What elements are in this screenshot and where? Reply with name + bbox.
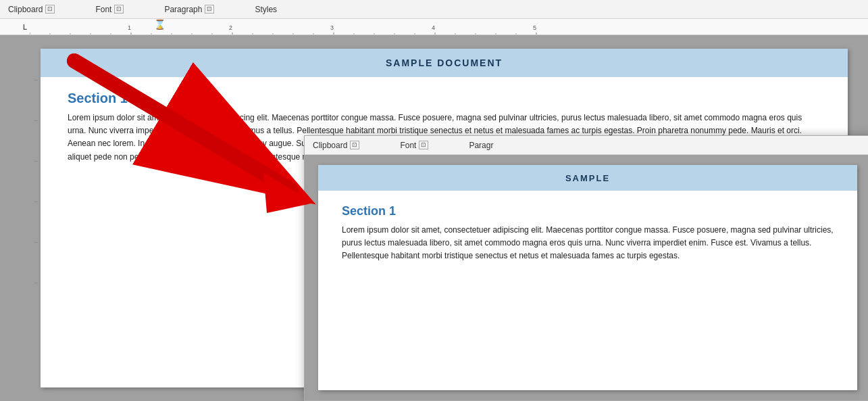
bg-ribbon-bar: Clipboard ⊡ Font ⊡ Paragraph ⊡ Styles <box>0 0 868 19</box>
bg-paragraph-expand[interactable]: ⊡ <box>205 5 214 14</box>
fg-clipboard-text: Clipboard <box>313 141 347 150</box>
bg-left-margin: – – – – – – <box>20 49 41 387</box>
bg-ruler-l: L <box>20 23 27 30</box>
margin-dash-4: – <box>34 197 38 205</box>
bg-clipboard-label: Clipboard ⊡ <box>8 5 55 14</box>
bg-ruler-content: L ⌛ 1 2 3 4 5 <box>20 19 868 34</box>
bg-margin-marks: – – – – – – <box>20 49 41 387</box>
bg-doc-header-text: SAMPLE DOCUMENT <box>386 57 503 68</box>
bg-doc-header-band: SAMPLE DOCUMENT <box>41 49 848 77</box>
margin-dash-5: – <box>34 238 38 245</box>
bg-section-title: Section 1 <box>68 91 821 106</box>
margin-dash-2: – <box>34 116 38 124</box>
bg-styles-label: Styles <box>255 5 277 14</box>
margin-dash-3: – <box>34 157 38 164</box>
bg-font-expand[interactable]: ⊡ <box>114 5 124 14</box>
svg-text:1: 1 <box>128 24 131 31</box>
fg-paragraph-label: Paragr <box>469 141 493 150</box>
fg-ribbon-group: Clipboard ⊡ Font ⊡ Paragr <box>313 141 493 150</box>
bg-ruler-ticks: 1 2 3 4 5 <box>30 19 868 34</box>
fg-word-window: Clipboard ⊡ Font ⊡ Paragr SAMPLE Section… <box>304 135 868 401</box>
svg-text:3: 3 <box>330 24 334 31</box>
bg-paragraph-label: Paragraph ⊡ <box>164 5 214 14</box>
fg-doc-header-band: SAMPLE <box>318 165 857 191</box>
fg-doc-area: SAMPLE Section 1 Lorem ipsum dolor sit a… <box>305 155 868 400</box>
bg-ribbon-group: Clipboard ⊡ Font ⊡ Paragraph ⊡ Styles <box>8 5 860 14</box>
bg-clipboard-text: Clipboard <box>8 5 43 14</box>
bg-font-text: Font <box>95 5 111 14</box>
fg-clipboard-label: Clipboard ⊡ <box>313 141 359 150</box>
margin-dash-6: – <box>34 279 38 286</box>
fg-clipboard-expand[interactable]: ⊡ <box>350 141 359 149</box>
fg-doc-page: SAMPLE Section 1 Lorem ipsum dolor sit a… <box>318 165 857 390</box>
svg-text:5: 5 <box>533 24 536 31</box>
fg-section-title: Section 1 <box>342 204 834 218</box>
fg-font-label: Font ⊡ <box>400 141 428 150</box>
fg-paragraph-text: Paragr <box>469 141 493 150</box>
fg-font-text: Font <box>400 141 416 150</box>
margin-dash-1: – <box>34 76 38 83</box>
bg-ruler: L ⌛ 1 2 3 4 5 <box>0 19 868 35</box>
bg-font-label: Font ⊡ <box>95 5 124 14</box>
fg-doc-header-text: SAMPLE <box>565 173 610 183</box>
fg-body-text: Lorem ipsum dolor sit amet, consectetuer… <box>342 224 834 263</box>
bg-paragraph-text: Paragraph <box>164 5 202 14</box>
fg-font-expand[interactable]: ⊡ <box>419 141 428 149</box>
svg-text:2: 2 <box>229 24 232 31</box>
fg-ribbon-bar: Clipboard ⊡ Font ⊡ Paragr <box>305 136 868 155</box>
bg-clipboard-expand[interactable]: ⊡ <box>45 5 55 14</box>
svg-text:4: 4 <box>432 24 435 31</box>
fg-body-text-content: Lorem ipsum dolor sit amet, consectetuer… <box>342 225 834 260</box>
bg-styles-text: Styles <box>255 5 277 14</box>
